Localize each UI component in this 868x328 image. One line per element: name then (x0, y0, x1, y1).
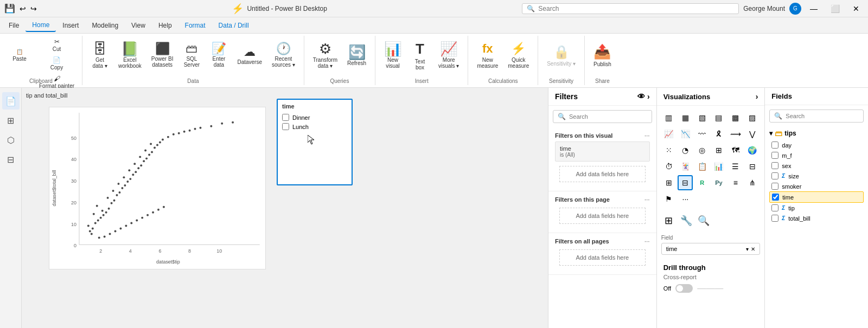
page-add-fields[interactable]: Add data fields here (559, 208, 646, 224)
field-time[interactable]: time (769, 191, 864, 203)
fields-search-box[interactable]: 🔍 (769, 110, 864, 123)
menu-help[interactable]: Help (152, 20, 178, 31)
minimize-button[interactable]: — (806, 2, 822, 15)
drill-toggle[interactable] (675, 284, 693, 293)
dataverse-button[interactable]: ☁ Dataverse (233, 36, 266, 75)
viz-matrix[interactable]: ⊞ (661, 175, 676, 190)
viz-stacked-bar[interactable]: ▦ (678, 110, 693, 125)
publish-button[interactable]: 📤 Publish (589, 36, 616, 75)
viz-slicer[interactable]: ☰ (728, 159, 743, 174)
viz-area[interactable]: 📉 (678, 126, 693, 142)
save-icon[interactable]: 💾 (4, 3, 15, 14)
new-measure-button[interactable]: fx Newmeasure (473, 36, 502, 75)
sex-checkbox[interactable] (771, 162, 778, 169)
more-visuals-button[interactable]: 📈 Morevisuals ▾ (434, 36, 463, 75)
scatter-plot[interactable]: 0 10 20 30 40 50 dataset$total_bill 2 4 … (49, 107, 266, 269)
close-button[interactable]: ✕ (848, 2, 864, 15)
tip-checkbox[interactable] (771, 204, 778, 211)
slicer-item-dinner[interactable]: Dinner (278, 113, 352, 122)
nav-data[interactable]: ⊞ (2, 112, 20, 129)
dinner-checkbox[interactable] (282, 114, 289, 121)
all-add-fields[interactable]: Add data fields here (559, 249, 646, 266)
filter-arrow-icon[interactable]: › (647, 92, 650, 101)
time-filter-field[interactable]: time is (All) (555, 142, 650, 162)
viz-scatter[interactable]: ⁙ (661, 143, 676, 158)
cut-button[interactable]: ✂ Cut (36, 36, 78, 54)
field-well-value[interactable]: time ▾ ✕ (661, 243, 761, 255)
viz-bar-horizontal[interactable]: ▤ (711, 110, 726, 125)
total-bill-checkbox[interactable] (771, 215, 778, 222)
viz-analytics[interactable]: 🔍 (696, 213, 711, 228)
field-well-remove[interactable]: ✕ (751, 246, 755, 252)
excel-workbook-button[interactable]: 📗 Excelworkbook (114, 36, 146, 75)
viz-100-bar[interactable]: ▧ (694, 110, 710, 125)
text-box-button[interactable]: T Textbox (407, 36, 433, 75)
field-sex[interactable]: sex (769, 160, 864, 171)
global-search[interactable]: 🔍 (522, 3, 739, 14)
viz-format[interactable]: 🔧 (679, 213, 694, 228)
viz-more-1[interactable]: ⚑ (661, 191, 676, 207)
table-tips-header[interactable]: ▾ 🗃 tips (769, 127, 864, 140)
lunch-checkbox[interactable] (282, 123, 289, 130)
redo-icon[interactable]: ↪ (30, 4, 37, 13)
viz-stacked-area[interactable]: 〰 (694, 126, 710, 142)
size-checkbox[interactable] (771, 172, 778, 179)
undo-icon[interactable]: ↩ (20, 4, 26, 13)
field-smoker[interactable]: smoker (769, 181, 864, 191)
viz-build-visual[interactable]: ⊞ (661, 213, 676, 228)
nav-model[interactable]: ⬡ (2, 131, 20, 149)
field-mf[interactable]: m_f (769, 150, 864, 160)
search-input[interactable] (538, 5, 734, 12)
viz-bar-chart[interactable]: ▥ (661, 110, 676, 125)
viz-python[interactable]: Py (711, 175, 726, 190)
menu-data-drill[interactable]: Data / Drill (212, 20, 256, 31)
viz-ellipsis[interactable]: ··· (678, 191, 693, 207)
transform-data-button[interactable]: ⚙ Transformdata ▾ (309, 36, 342, 75)
enter-data-button[interactable]: 📝 Enterdata (206, 36, 232, 75)
viz-funnel[interactable]: ⋁ (745, 126, 760, 142)
get-data-button[interactable]: 🗄 Getdata ▾ (87, 36, 113, 75)
viz-donut[interactable]: ◎ (694, 143, 710, 158)
new-visual-button[interactable]: 📊 Newvisual (380, 36, 406, 75)
viz-decomp-tree[interactable]: ⋔ (745, 175, 760, 190)
all-filter-menu[interactable]: ··· (644, 237, 650, 245)
viz-map[interactable]: 🗺 (728, 143, 743, 158)
field-day[interactable]: day (769, 140, 864, 150)
filter-eye-icon[interactable]: 👁 (637, 92, 645, 101)
slicer-item-lunch[interactable]: Lunch (278, 122, 352, 131)
filters-search[interactable]: 🔍 (553, 110, 652, 123)
menu-format[interactable]: Format (178, 20, 212, 31)
viz-stacked-horizontal[interactable]: ▩ (728, 110, 743, 125)
menu-modeling[interactable]: Modeling (85, 20, 125, 31)
menu-file[interactable]: File (2, 20, 25, 31)
fields-search-input[interactable] (786, 113, 859, 119)
viz-card[interactable]: 🃏 (678, 159, 693, 174)
viz-filled-map[interactable]: 🌍 (745, 143, 760, 158)
power-bi-datasets-button[interactable]: ⬛ Power BIdatasets (147, 36, 178, 75)
menu-insert[interactable]: Insert (56, 20, 85, 31)
viz-smart-narrative[interactable]: ≡ (728, 175, 743, 190)
field-tip[interactable]: Σ tip (769, 203, 864, 213)
refresh-button[interactable]: 🔄 Refresh (343, 36, 371, 75)
field-size[interactable]: Σ size (769, 171, 864, 181)
viz-pie[interactable]: ◔ (678, 143, 693, 158)
day-checkbox[interactable] (771, 142, 778, 149)
viz-expand-icon[interactable]: › (756, 92, 758, 101)
quick-measure-button[interactable]: ⚡ Quickmeasure (503, 36, 533, 75)
nav-dax[interactable]: ⊟ (2, 151, 20, 168)
copy-button[interactable]: 📄 Copy (36, 54, 78, 73)
viz-gauge[interactable]: ⏱ (661, 159, 676, 174)
maximize-button[interactable]: ⬜ (826, 2, 844, 15)
viz-treemap[interactable]: ⊞ (711, 143, 726, 158)
time-checkbox[interactable] (772, 194, 779, 201)
smoker-checkbox[interactable] (771, 183, 778, 190)
viz-ribbon[interactable]: 🎗 (711, 126, 726, 142)
field-total-bill[interactable]: Σ total_bill (769, 213, 864, 223)
visual-add-fields[interactable]: Add data fields here (559, 166, 646, 182)
page-filter-menu[interactable]: ··· (644, 196, 650, 203)
filters-search-input[interactable] (569, 113, 647, 120)
viz-waterfall[interactable]: ⟿ (728, 126, 743, 142)
viz-100-horizontal[interactable]: ▨ (745, 110, 760, 125)
viz-line[interactable]: 📈 (661, 126, 676, 142)
visual-filter-menu[interactable]: ··· (644, 132, 650, 139)
